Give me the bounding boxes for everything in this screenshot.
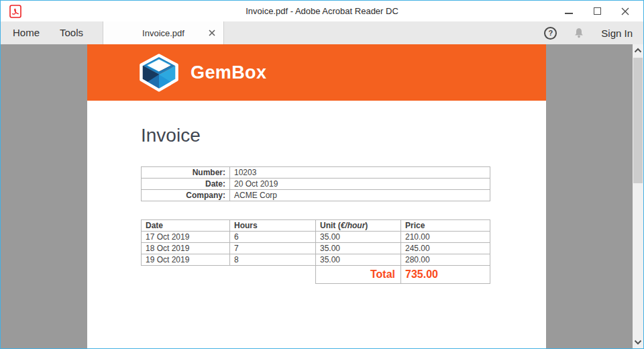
close-button[interactable] bbox=[611, 1, 639, 21]
scrollbar-thumb[interactable] bbox=[633, 58, 643, 183]
app-window: Invoice.pdf - Adobe Acrobat Reader DC Ho… bbox=[0, 0, 644, 349]
cell-unit: 35.00 bbox=[316, 254, 401, 266]
total-label: Total bbox=[316, 266, 401, 284]
info-label: Number: bbox=[142, 167, 230, 179]
table-row: Number: 10203 bbox=[142, 167, 490, 179]
col-header-hours: Hours bbox=[230, 220, 316, 232]
table-row: Company: ACME Corp bbox=[142, 190, 490, 201]
col-header-price: Price bbox=[401, 220, 490, 232]
cell-unit: 35.00 bbox=[316, 243, 401, 254]
minimize-button[interactable] bbox=[555, 1, 583, 21]
invoice-body: Invoice Number: 10203 Date: 20 Oct 2019 … bbox=[87, 125, 546, 284]
close-icon bbox=[621, 7, 630, 16]
cell-price: 280.00 bbox=[401, 254, 490, 266]
notifications-bell-icon[interactable] bbox=[573, 27, 585, 40]
table-row: 17 Oct 2019 6 35.00 210.00 bbox=[142, 232, 490, 243]
pdf-page: GemBox Invoice Number: 10203 Date: 20 Oc… bbox=[87, 44, 546, 348]
cell-date: 19 Oct 2019 bbox=[142, 254, 230, 266]
document-area: GemBox Invoice Number: 10203 Date: 20 Oc… bbox=[1, 44, 643, 348]
info-value: 10203 bbox=[230, 167, 490, 179]
info-label: Date: bbox=[142, 179, 230, 190]
chevron-down-icon bbox=[634, 340, 642, 345]
total-row: Total 735.00 bbox=[142, 266, 490, 284]
maximize-button[interactable] bbox=[583, 1, 611, 21]
col-header-unit: Unit (€/hour) bbox=[316, 220, 401, 232]
info-value: ACME Corp bbox=[230, 190, 490, 201]
tab-invoice-label: Invoice.pdf bbox=[142, 28, 184, 38]
cell-hours: 6 bbox=[230, 232, 316, 243]
help-icon[interactable]: ? bbox=[544, 27, 557, 40]
vertical-scrollbar[interactable] bbox=[633, 44, 643, 348]
tab-tools[interactable]: Tools bbox=[60, 21, 83, 44]
title-bar: Invoice.pdf - Adobe Acrobat Reader DC bbox=[1, 1, 643, 21]
window-title: Invoice.pdf - Adobe Acrobat Reader DC bbox=[1, 1, 643, 21]
table-header-row: Date Hours Unit (€/hour) Price bbox=[142, 220, 490, 232]
total-value: 735.00 bbox=[401, 266, 490, 284]
tab-invoice-pdf[interactable]: Invoice.pdf bbox=[103, 21, 224, 44]
info-value: 20 Oct 2019 bbox=[230, 179, 490, 190]
maximize-icon bbox=[594, 7, 601, 15]
invoice-heading: Invoice bbox=[141, 125, 546, 146]
tab-home[interactable]: Home bbox=[13, 21, 40, 44]
cell-price: 245.00 bbox=[401, 243, 490, 254]
info-label: Company: bbox=[142, 190, 230, 201]
cell-unit: 35.00 bbox=[316, 232, 401, 243]
tab-close-icon[interactable] bbox=[208, 29, 216, 37]
sign-in-button[interactable]: Sign In bbox=[601, 28, 633, 39]
cell-date: 18 Oct 2019 bbox=[142, 243, 230, 254]
cell-price: 210.00 bbox=[401, 232, 490, 243]
table-row: 18 Oct 2019 7 35.00 245.00 bbox=[142, 243, 490, 254]
scroll-up-button[interactable] bbox=[633, 45, 643, 56]
gembox-logo-icon bbox=[137, 54, 181, 92]
table-row: 19 Oct 2019 8 35.00 280.00 bbox=[142, 254, 490, 266]
col-header-date: Date bbox=[142, 220, 230, 232]
cell-hours: 8 bbox=[230, 254, 316, 266]
cell-date: 17 Oct 2019 bbox=[142, 232, 230, 243]
table-row: Date: 20 Oct 2019 bbox=[142, 179, 490, 190]
brand-name: GemBox bbox=[191, 62, 266, 83]
minimize-icon bbox=[565, 13, 573, 14]
window-controls bbox=[555, 1, 639, 21]
chevron-up-icon bbox=[634, 48, 642, 53]
cell-hours: 7 bbox=[230, 243, 316, 254]
total-spacer bbox=[142, 266, 316, 284]
invoice-items-table: Date Hours Unit (€/hour) Price 17 Oct 20… bbox=[141, 219, 490, 284]
invoice-banner: GemBox bbox=[87, 44, 546, 101]
tab-bar: Home Tools Invoice.pdf ? Sign In bbox=[1, 21, 643, 44]
invoice-info-table: Number: 10203 Date: 20 Oct 2019 Company:… bbox=[141, 166, 490, 201]
scroll-down-button[interactable] bbox=[633, 337, 643, 348]
tabbar-right-cluster: ? Sign In bbox=[544, 21, 633, 44]
